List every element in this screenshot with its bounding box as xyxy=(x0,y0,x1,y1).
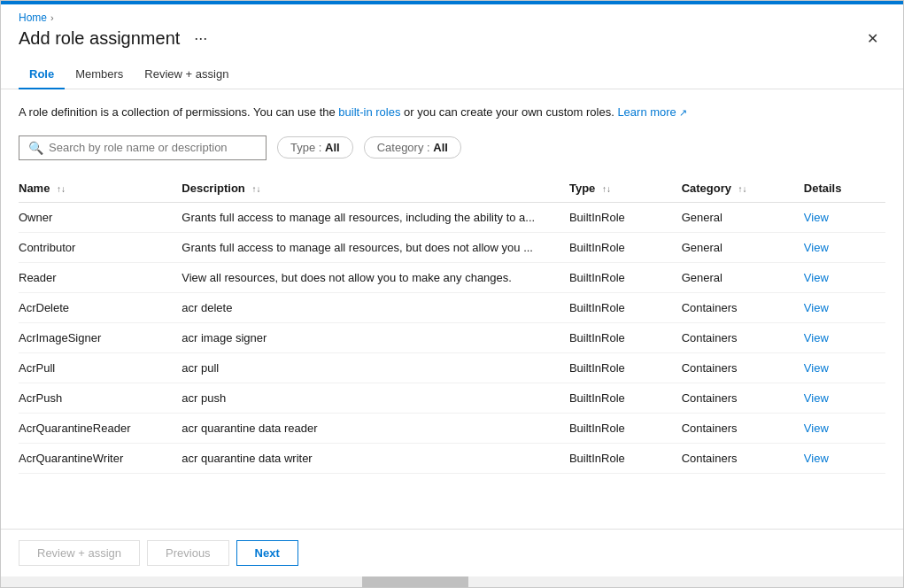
type-filter-label: Type : xyxy=(290,141,321,154)
view-link-8[interactable]: View xyxy=(804,452,829,465)
col-header-description[interactable]: Description ↑↓ xyxy=(182,174,569,203)
breadcrumb-chevron: › xyxy=(50,12,54,23)
col-header-type[interactable]: Type ↑↓ xyxy=(569,174,682,203)
cell-description-3: acr delete xyxy=(182,292,569,322)
cell-details-2[interactable]: View xyxy=(804,262,885,292)
table-row[interactable]: AcrQuarantineReader acr quarantine data … xyxy=(19,413,885,443)
view-link-2[interactable]: View xyxy=(804,271,829,284)
cell-details-3[interactable]: View xyxy=(804,292,885,322)
sort-icon-type: ↑↓ xyxy=(602,184,611,194)
tabs-row: Role Members Review + assign xyxy=(1,60,903,89)
cell-category-5: Containers xyxy=(682,352,804,383)
table-row[interactable]: AcrPull acr pull BuiltInRole Containers … xyxy=(19,352,885,383)
table-row[interactable]: AcrImageSigner acr image signer BuiltInR… xyxy=(19,322,885,352)
table-row[interactable]: Reader View all resources, but does not … xyxy=(19,262,885,292)
table-row[interactable]: AcrDelete acr delete BuiltInRole Contain… xyxy=(19,292,885,322)
filters-row: 🔍 Type : All Category : All xyxy=(19,135,885,160)
bottom-scrollbar-thumb xyxy=(362,576,468,587)
table-row[interactable]: Owner Grants full access to manage all r… xyxy=(19,202,885,232)
cell-type-3: BuiltInRole xyxy=(569,292,682,322)
cell-details-1[interactable]: View xyxy=(804,232,885,262)
cell-description-0: Grants full access to manage all resourc… xyxy=(182,202,569,232)
cell-type-7: BuiltInRole xyxy=(569,413,682,443)
view-link-1[interactable]: View xyxy=(804,241,829,254)
main-content: A role definition is a collection of per… xyxy=(1,89,903,529)
cell-name-5: AcrPull xyxy=(19,352,182,383)
search-icon: 🔍 xyxy=(28,141,43,155)
footer: Review + assign Previous Next xyxy=(1,529,903,576)
close-button[interactable]: ✕ xyxy=(860,28,885,49)
cell-category-4: Containers xyxy=(682,322,804,352)
cell-type-5: BuiltInRole xyxy=(569,352,682,383)
title-row: Add role assignment ··· ✕ xyxy=(1,27,903,60)
sort-icon-desc: ↑↓ xyxy=(251,184,260,194)
cell-type-8: BuiltInRole xyxy=(569,443,682,473)
previous-button[interactable]: Previous xyxy=(147,540,229,566)
external-icon: ↗ xyxy=(679,107,687,118)
col-header-category[interactable]: Category ↑↓ xyxy=(682,174,804,203)
col-header-name[interactable]: Name ↑↓ xyxy=(19,174,182,203)
cell-category-3: Containers xyxy=(682,292,804,322)
cell-category-0: General xyxy=(682,202,804,232)
view-link-6[interactable]: View xyxy=(804,391,829,405)
search-input[interactable] xyxy=(49,141,257,154)
next-button[interactable]: Next xyxy=(236,540,298,566)
cell-description-5: acr pull xyxy=(182,352,569,383)
type-filter-value: All xyxy=(325,141,340,154)
cell-details-6[interactable]: View xyxy=(804,383,885,413)
cell-details-7[interactable]: View xyxy=(804,413,885,443)
col-header-details: Details xyxy=(804,174,885,203)
cell-name-1: Contributor xyxy=(19,232,182,262)
cell-type-4: BuiltInRole xyxy=(569,322,682,352)
breadcrumb-home-link[interactable]: Home xyxy=(19,12,47,24)
learn-more-link[interactable]: Learn more ↗ xyxy=(617,105,687,119)
cell-category-1: General xyxy=(682,232,804,262)
category-filter-label: Category : xyxy=(377,141,430,154)
view-link-4[interactable]: View xyxy=(804,331,829,344)
roles-table: Name ↑↓ Description ↑↓ Type ↑↓ Category … xyxy=(19,174,885,474)
table-row[interactable]: Contributor Grants full access to manage… xyxy=(19,232,885,262)
review-assign-button[interactable]: Review + assign xyxy=(19,540,140,566)
view-link-5[interactable]: View xyxy=(804,361,829,375)
cell-type-6: BuiltInRole xyxy=(569,383,682,413)
cell-name-0: Owner xyxy=(19,202,182,232)
built-in-roles-link[interactable]: built-in roles xyxy=(338,105,400,119)
view-link-7[interactable]: View xyxy=(804,422,829,435)
tab-role[interactable]: Role xyxy=(19,60,65,89)
view-link-3[interactable]: View xyxy=(804,301,829,314)
table-row[interactable]: AcrQuarantineWriter acr quarantine data … xyxy=(19,443,885,473)
cell-type-0: BuiltInRole xyxy=(569,202,682,232)
type-filter-button[interactable]: Type : All xyxy=(277,136,353,159)
title-left: Add role assignment ··· xyxy=(19,27,212,50)
table-body: Owner Grants full access to manage all r… xyxy=(19,202,885,473)
tab-members[interactable]: Members xyxy=(65,60,134,89)
cell-name-2: Reader xyxy=(19,262,182,292)
cell-details-8[interactable]: View xyxy=(804,443,885,473)
cell-details-5[interactable]: View xyxy=(804,352,885,383)
table-row[interactable]: AcrPush acr push BuiltInRole Containers … xyxy=(19,383,885,413)
cell-description-1: Grants full access to manage all resourc… xyxy=(182,232,569,262)
cell-description-2: View all resources, but does not allow y… xyxy=(182,262,569,292)
cell-category-7: Containers xyxy=(682,413,804,443)
cell-details-0[interactable]: View xyxy=(804,202,885,232)
cell-category-2: General xyxy=(682,262,804,292)
search-box[interactable]: 🔍 xyxy=(19,135,267,160)
ellipsis-button[interactable]: ··· xyxy=(189,27,212,50)
cell-name-8: AcrQuarantineWriter xyxy=(19,443,182,473)
main-window: Home › Add role assignment ··· ✕ Role Me… xyxy=(0,0,904,588)
cell-name-4: AcrImageSigner xyxy=(19,322,182,352)
cell-name-3: AcrDelete xyxy=(19,292,182,322)
tab-review-assign[interactable]: Review + assign xyxy=(134,60,239,89)
cell-name-6: AcrPush xyxy=(19,383,182,413)
bottom-scrollbar[interactable] xyxy=(1,576,903,587)
cell-type-2: BuiltInRole xyxy=(569,262,682,292)
view-link-0[interactable]: View xyxy=(804,211,829,224)
cell-description-4: acr image signer xyxy=(182,322,569,352)
cell-description-7: acr quarantine data reader xyxy=(182,413,569,443)
table-header: Name ↑↓ Description ↑↓ Type ↑↓ Category … xyxy=(19,174,885,203)
cell-details-4[interactable]: View xyxy=(804,322,885,352)
category-filter-button[interactable]: Category : All xyxy=(364,136,461,159)
cell-description-6: acr push xyxy=(182,383,569,413)
category-filter-value: All xyxy=(433,141,448,154)
cell-category-8: Containers xyxy=(682,443,804,473)
